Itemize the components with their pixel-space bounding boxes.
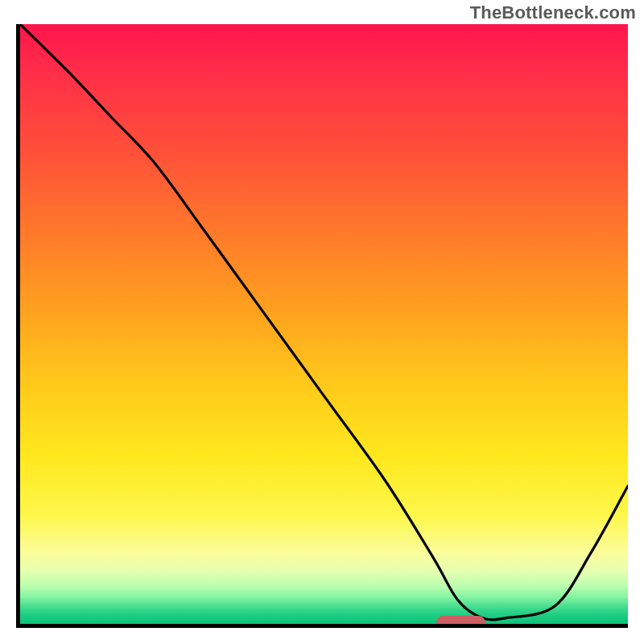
optimal-marker [436, 616, 485, 629]
bottleneck-curve [20, 24, 628, 624]
plot-area [16, 24, 628, 628]
chart-container: TheBottleneck.com [0, 0, 644, 644]
curve-path [20, 24, 628, 620]
watermark-text: TheBottleneck.com [470, 2, 636, 23]
